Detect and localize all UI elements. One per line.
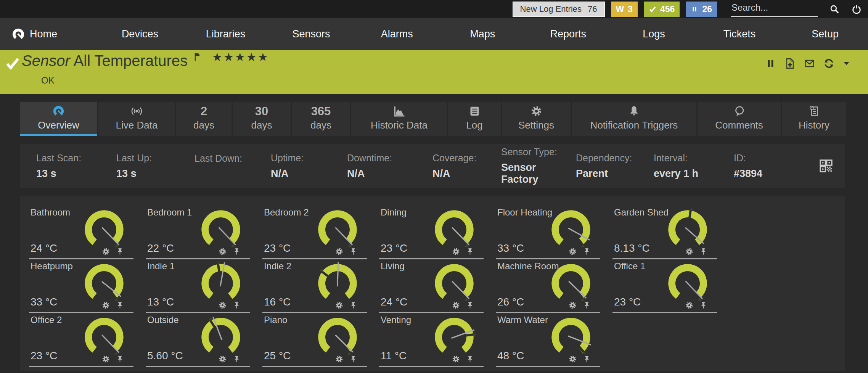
gear-icon[interactable] xyxy=(685,301,694,310)
add-report-icon[interactable] xyxy=(784,58,796,69)
flag-icon[interactable] xyxy=(193,51,204,62)
pin-icon[interactable] xyxy=(116,247,124,256)
pin-icon[interactable] xyxy=(116,301,124,310)
gear-icon[interactable] xyxy=(335,301,344,310)
gear-icon[interactable] xyxy=(218,355,227,363)
gauge-title: Living xyxy=(381,261,405,272)
pause-sensor-icon[interactable] xyxy=(765,58,776,69)
gear-icon[interactable] xyxy=(568,355,577,363)
pin-icon[interactable] xyxy=(232,301,241,310)
tab-365-days[interactable]: 365 days xyxy=(292,102,350,136)
gear-icon[interactable] xyxy=(568,247,577,256)
nav-devices[interactable]: Devices xyxy=(97,28,183,40)
warning-count: 3 xyxy=(628,4,633,14)
tab-2-days[interactable]: 2 days xyxy=(176,102,231,136)
gauge-card-living: Living 24 °C xyxy=(376,259,493,313)
gear-icon[interactable] xyxy=(218,247,227,256)
warning-sensors-badge[interactable]: W 3 xyxy=(611,2,638,17)
pin-icon[interactable] xyxy=(116,355,124,363)
tab-live-data[interactable]: Live Data xyxy=(98,102,175,136)
info-label: Sensor Type: xyxy=(501,146,576,158)
gauge-card-indie-2: Indie 2 16 °C xyxy=(259,259,376,313)
info-label: Interval: xyxy=(654,153,734,164)
nav-alarms[interactable]: Alarms xyxy=(354,28,440,40)
pin-icon[interactable] xyxy=(349,355,358,363)
gear-icon[interactable] xyxy=(685,247,694,256)
tab-2-days-label: days xyxy=(193,119,214,131)
tab-30-days[interactable]: 30 days xyxy=(233,102,291,136)
up-sensors-badge[interactable]: 456 xyxy=(644,2,680,17)
tab-overview[interactable]: Overview xyxy=(20,102,97,136)
nav-maps[interactable]: Maps xyxy=(440,28,526,40)
gauge-value: 23 °C xyxy=(31,350,57,362)
gauge-card-heatpump: Heatpump 33 °C xyxy=(26,259,143,313)
caret-down-icon[interactable] xyxy=(842,59,850,68)
grid-spacer xyxy=(726,259,843,313)
priority-stars[interactable]: ★★★★★ xyxy=(212,50,269,64)
pin-icon[interactable] xyxy=(232,355,241,363)
gauge-title: Indie 2 xyxy=(264,261,291,272)
gear-icon[interactable] xyxy=(101,355,110,363)
nav-sensors-label: Sensors xyxy=(293,28,330,40)
gear-icon[interactable] xyxy=(101,301,110,310)
nav-reports[interactable]: Reports xyxy=(526,28,611,40)
gauge-value: 5.60 °C xyxy=(147,350,183,362)
gear-icon[interactable] xyxy=(452,301,460,310)
info-label: Uptime: xyxy=(271,153,347,164)
pin-icon[interactable] xyxy=(232,247,241,256)
gauge-title: Warm Water xyxy=(497,315,548,325)
pin-icon[interactable] xyxy=(582,301,591,310)
new-log-entries-button[interactable]: New Log Entries 76 xyxy=(513,2,605,17)
nav-logs[interactable]: Logs xyxy=(611,28,697,40)
search-input[interactable] xyxy=(731,2,818,17)
paused-sensors-badge[interactable]: 26 xyxy=(686,2,717,17)
email-icon[interactable] xyxy=(804,58,815,69)
tab-history[interactable]: History xyxy=(782,102,846,136)
search-icon[interactable] xyxy=(829,4,840,14)
gear-icon[interactable] xyxy=(335,247,344,256)
qr-code-icon[interactable] xyxy=(818,158,834,174)
gear-icon[interactable] xyxy=(568,301,577,310)
nav-reports-label: Reports xyxy=(550,28,587,40)
pause-icon xyxy=(691,5,698,13)
pin-icon[interactable] xyxy=(582,355,591,363)
pin-icon[interactable] xyxy=(466,355,474,363)
nav-sensors[interactable]: Sensors xyxy=(268,28,354,40)
gauge-card-warm-water: Warm Water 48 °C xyxy=(493,313,609,367)
tab-historic-data-label: Historic Data xyxy=(371,119,428,131)
tab-log[interactable]: Log xyxy=(448,102,501,136)
info-value: N/A xyxy=(271,168,347,180)
tab-settings[interactable]: Settings xyxy=(502,102,571,136)
tab-notification-triggers[interactable]: Notification Triggers xyxy=(572,102,696,136)
tab-comments[interactable]: Comments xyxy=(698,102,781,136)
power-logout-icon[interactable] xyxy=(851,4,862,14)
nav-home-label: Home xyxy=(30,28,57,40)
nav-setup[interactable]: Setup xyxy=(782,28,868,40)
pin-icon[interactable] xyxy=(349,247,358,256)
gauge-value: 24 °C xyxy=(31,242,57,254)
pin-icon[interactable] xyxy=(582,247,591,256)
nav-home[interactable]: Home xyxy=(0,27,97,41)
pin-icon[interactable] xyxy=(466,301,474,310)
temperature-gauge xyxy=(315,315,360,360)
gear-icon[interactable] xyxy=(218,301,227,310)
gear-icon[interactable] xyxy=(335,355,344,363)
gear-icon[interactable] xyxy=(452,247,460,256)
info-value: Parent xyxy=(576,168,654,180)
pin-icon[interactable] xyxy=(699,301,708,310)
pin-icon[interactable] xyxy=(699,247,708,256)
pin-icon[interactable] xyxy=(466,247,474,256)
tab-historic-data[interactable]: Historic Data xyxy=(351,102,447,136)
refresh-icon[interactable] xyxy=(823,58,835,69)
info-label: Dependency: xyxy=(576,153,654,164)
pin-icon[interactable] xyxy=(349,301,358,310)
nav-libraries[interactable]: Libraries xyxy=(183,28,268,40)
temperature-gauge xyxy=(432,207,477,252)
gauge-value: 22 °C xyxy=(147,242,174,254)
nav-tickets[interactable]: Tickets xyxy=(697,28,783,40)
gear-icon[interactable] xyxy=(452,355,460,363)
temperature-gauge xyxy=(665,207,710,252)
gear-icon[interactable] xyxy=(101,247,110,256)
temperature-gauge xyxy=(665,261,710,306)
info-value: #3894 xyxy=(734,168,762,180)
